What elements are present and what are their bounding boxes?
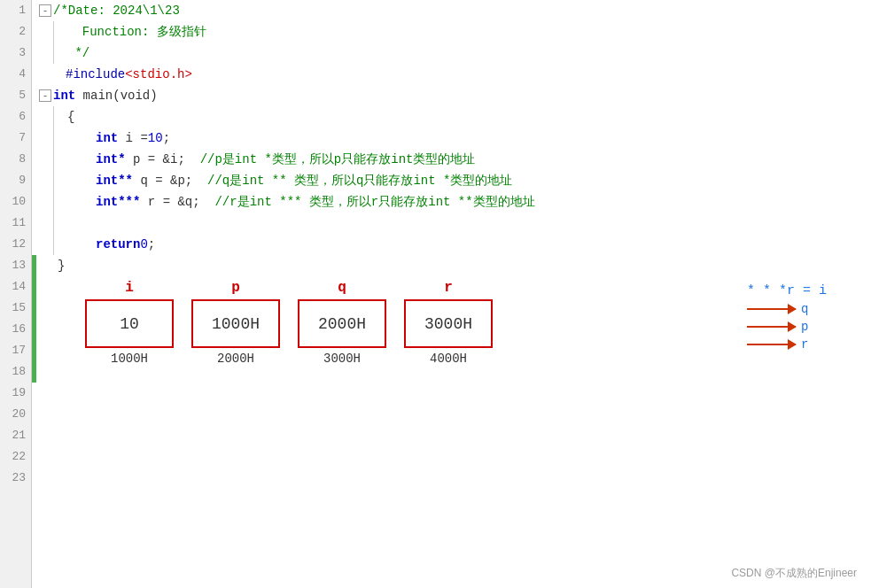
legend-r-label: r (801, 337, 808, 352)
mem-label-p-top: p (231, 280, 240, 296)
code-area: - /*Date: 2024\1\23 Function: 多级指针 */ #i… (32, 0, 871, 588)
ln-4: 4 (0, 64, 31, 85)
ln-12: 12 (0, 234, 31, 255)
ln-20: 20 (0, 404, 31, 425)
mem-block-p: p 1000H 2000H (191, 280, 280, 366)
code-line-4: #include <stdio.h> (32, 64, 871, 85)
code-line-8: int* p = &i; //p是int *类型，所以p只能存放int类型的地址 (32, 149, 871, 170)
legend-p: p (747, 320, 827, 334)
mem-block-q: q 2000H 3000H (298, 280, 386, 366)
code-line-9: int** q = &p; //q是int ** 类型，所以q只能存放int *… (32, 170, 871, 191)
code-line-20 (32, 404, 871, 425)
watermark: CSDN @不成熟的Enjineer (731, 566, 857, 581)
ln-16: 16 (0, 319, 31, 340)
ln-3: 3 (0, 43, 31, 64)
code-line-11 (32, 213, 871, 234)
ln-21: 21 (0, 425, 31, 446)
ln-11: 11 (0, 213, 31, 234)
fold-marker-5[interactable]: - (39, 89, 51, 102)
code-line-13: } (32, 255, 871, 276)
legend-r: r (747, 337, 827, 352)
arrow-p-icon (747, 326, 796, 328)
ln-23: 23 (0, 468, 31, 489)
code-line-12: return 0 ; (32, 234, 871, 255)
code-line-23 (32, 468, 871, 489)
mem-label-q-top: q (338, 280, 346, 296)
ln-14: 14 (0, 276, 31, 298)
code-line-5: - int main(void) (32, 85, 871, 106)
arrow-q-icon (747, 308, 796, 310)
legend-p-label: p (801, 320, 808, 334)
ln-15: 15 (0, 298, 31, 319)
ln-19: 19 (0, 383, 31, 404)
mem-block-r: r 3000H 4000H (404, 280, 493, 366)
line-numbers: 1 2 3 4 5 6 7 8 9 10 11 12 13 14 15 16 1… (0, 0, 32, 588)
code-line-7: int i = 10; (32, 128, 871, 149)
legend-q: q (747, 302, 827, 316)
code-line-6: { (32, 106, 871, 128)
ln-10: 10 (0, 191, 31, 213)
code-line-3: */ (32, 43, 871, 64)
pointer-legend: * * *r = i q p r (747, 283, 827, 352)
editor: 1 2 3 4 5 6 7 8 9 10 11 12 13 14 15 16 1… (0, 0, 871, 588)
mem-label-p-bottom: 2000H (217, 352, 254, 366)
ln-2: 2 (0, 21, 31, 43)
code-line-2: Function: 多级指针 (32, 21, 871, 43)
ln-7: 7 (0, 128, 31, 149)
mem-label-r-top: r (444, 280, 453, 296)
mem-box-r: 3000H (404, 299, 493, 348)
mem-box-q: 2000H (298, 299, 386, 348)
ln-9: 9 (0, 170, 31, 191)
ln-8: 8 (0, 149, 31, 170)
ln-5: 5 (0, 85, 31, 106)
ln-13: 13 (0, 255, 31, 276)
legend-q-label: q (801, 302, 808, 316)
ln-17: 17 (0, 340, 31, 361)
mem-label-i-bottom: 1000H (111, 352, 148, 366)
ln-18: 18 (0, 361, 31, 383)
ln-1: 1 (0, 0, 31, 21)
ln-22: 22 (0, 446, 31, 468)
diagram: i 10 1000H p 1000H 2000H q 2000H 3000H (32, 276, 871, 383)
code-line-22 (32, 446, 871, 468)
mem-label-q-bottom: 3000H (323, 352, 361, 366)
mem-label-i-top: i (125, 280, 134, 296)
diagram-container: i 10 1000H p 1000H 2000H q 2000H 3000H (32, 276, 871, 383)
mem-label-r-bottom: 4000H (430, 352, 467, 366)
fold-marker-1[interactable]: - (39, 4, 51, 17)
mem-box-i: 10 (85, 299, 174, 348)
mem-block-i: i 10 1000H (85, 280, 174, 366)
legend-main-text: * * *r = i (747, 283, 827, 298)
code-line-21 (32, 425, 871, 446)
arrow-r-icon (747, 344, 796, 345)
ln-6: 6 (0, 106, 31, 128)
code-line-1: - /*Date: 2024\1\23 (32, 0, 871, 21)
code-line-10: int*** r = &q; //r是int *** 类型，所以r只能存放int… (32, 191, 871, 213)
legend-main: * * *r = i (747, 283, 827, 298)
mem-box-p: 1000H (191, 299, 280, 348)
code-line-19 (32, 383, 871, 404)
